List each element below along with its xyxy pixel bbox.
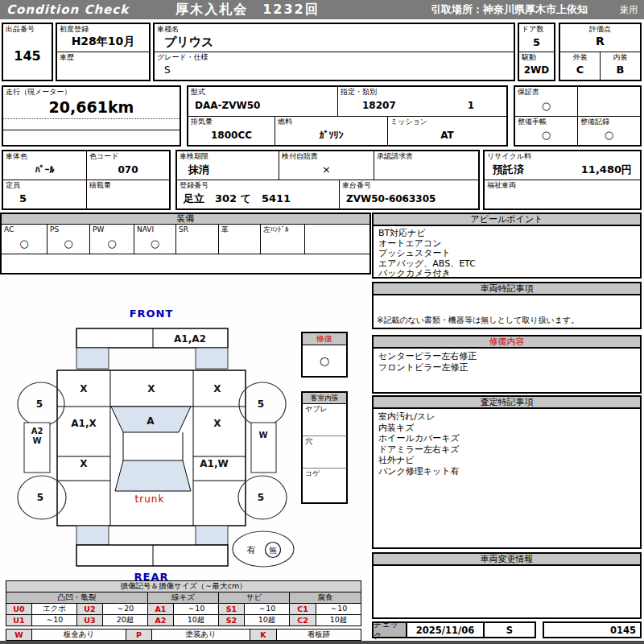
legend-desc: ～10 (245, 604, 290, 615)
doors-drive-box: ドア数 5 駆動 2WD (518, 23, 555, 81)
legend-title: 損傷記号＆損傷サイズ（～最大cm） (6, 581, 361, 592)
vehicle-notes-title: 車両特記事項 (374, 283, 640, 295)
legend-desc: ～10 (32, 615, 77, 626)
check-inspector: S (485, 621, 536, 638)
type-value: DAA-ZVW50 (188, 95, 337, 116)
repair-line: フロントピラー左修正 (378, 362, 635, 374)
drive-value: 2WD (519, 60, 554, 80)
legend-code: K (250, 630, 277, 641)
front-right-fender-damage: X (213, 383, 221, 394)
vehicle-notes-disclaimer: ※記載のない書類・機器等は無しとして取り扱います。 (377, 315, 638, 326)
repair-content-title: 修復内容 (374, 336, 640, 349)
legend-code: U1 (6, 615, 32, 626)
equip-pw-value: ○ (90, 233, 134, 254)
inspection-box: 車検期限 抹消 検付自賠責 × 承認請求書 登録番号 足立 302 て 5411… (175, 150, 480, 210)
legend-desc: 10超 (174, 615, 219, 626)
recycle-fee: 11,480円 (581, 163, 632, 177)
grade-value: S (155, 60, 514, 80)
appeal-points-box: アピールポイント BT対応ナビ オートエアコン プッシュスタート エアバッグ、A… (372, 213, 642, 279)
legend-code: W (6, 630, 32, 641)
history-value (57, 60, 149, 80)
rear-right-tire-depth: 5 (258, 492, 264, 503)
fuel-value: ｶﾞｿﾘﾝ (275, 125, 387, 145)
vehicle-category: 乗用 (620, 4, 644, 16)
spare-yes-label: 有 (247, 545, 256, 555)
check-label: チェック (372, 621, 407, 638)
change-info-title: 車両変更情報 (374, 554, 640, 566)
interior-value: B (601, 59, 640, 80)
front-right-tire-depth: 5 (258, 398, 264, 410)
repair-flag-title: 修復 (303, 333, 346, 345)
auction-title: 厚木入札会 1232回 (175, 2, 320, 19)
spare-tire-oval (233, 531, 294, 567)
interior-lining-box: 客室内張 ヤブレ 穴 コゲ (301, 391, 348, 504)
first-reg-value: H28年10月 (57, 32, 149, 52)
type-box: 型式 DAA-ZVW50 指定・類別 18207 1 排気量 1800CC 燃料… (187, 85, 508, 147)
equipment-box: 装備 AC○ PS○ PW○ NAVI○ SR 革 左ﾊﾝﾄﾞﾙ (0, 213, 371, 275)
registration-box: 初度登録 H28年10月 車歴 (56, 23, 151, 81)
warranty-value: ○ (515, 95, 577, 116)
lining-burn-label: コゲ (303, 469, 346, 478)
repair-line: センターピラー左右修正 (378, 351, 635, 362)
inspection-value: 抹消 (177, 159, 279, 180)
exterior-value: C (560, 59, 600, 80)
color-box: 車体色 ﾊﾟｰﾙ 色コード 070 定員 5 積載量 (2, 150, 171, 210)
registration-number-value: 足立 302 て 5411 (177, 188, 339, 208)
front-left-corner (76, 348, 109, 369)
legend-group-rust: サビ (219, 592, 290, 604)
condition-check-sheet: Condition Check 厚木入札会 1232回 引取場所：神奈川県厚木市… (0, 0, 644, 644)
right-sill-damage: W (258, 431, 267, 440)
legend-code: A2 (148, 615, 174, 626)
legend-desc: 10超 (245, 615, 290, 626)
equip-lhd-value (261, 233, 304, 254)
legend-code: U2 (77, 604, 103, 615)
legend-code: U3 (77, 615, 103, 626)
equip-leather-value (219, 233, 260, 254)
mileage-box: 走行（現メーター） 20,661km (2, 85, 181, 147)
legend-code: C2 (290, 615, 316, 626)
repair-flag-box: 修復 ○ (301, 332, 348, 378)
change-info-box: 車両変更情報 (372, 552, 642, 619)
appeal-line: BT対応ナビ (378, 229, 635, 239)
transmission-value: AT (388, 125, 506, 145)
front-bumper-damage: A1,A2 (174, 333, 206, 345)
legend-desc: 板金あり (32, 630, 126, 641)
equip-navi-value: ○ (134, 233, 175, 254)
damage-legend: 損傷記号＆損傷サイズ（～最大cm） 凸凹・亀裂 線キズ サビ 腐食 U0エクボ … (6, 580, 361, 644)
damage-size-table: 損傷記号＆損傷サイズ（～最大cm） 凸凹・亀裂 線キズ サビ 腐食 U0エクボ … (6, 580, 361, 626)
assessment-line: パンク修理キット有 (378, 466, 635, 477)
front-right-door-damage: X (213, 418, 221, 429)
lot-number-value: 145 (3, 32, 52, 80)
lining-tear-label: ヤブレ (303, 404, 346, 414)
model-value: プリウス (155, 32, 514, 52)
welfare-value (485, 188, 640, 208)
load-value (87, 188, 169, 208)
displacement-value: 1800CC (188, 125, 275, 145)
legend-desc: 10超 (316, 615, 361, 626)
equipment-title: 装備 (2, 214, 369, 225)
equip-ps-value: ○ (47, 233, 89, 254)
front-left-tire-depth: 5 (36, 398, 43, 410)
check-date: 2025/11/06 (407, 621, 485, 638)
title-bar: Condition Check 厚木入札会 1232回 引取場所：神奈川県厚木市… (0, 0, 644, 19)
legend-desc: エクボ (32, 604, 77, 615)
check-row: チェック 2025/11/06 S 0145 (372, 621, 642, 638)
rear-left-tire-depth: 5 (37, 492, 43, 503)
capacity-value: 5 (3, 188, 86, 208)
spare-no-label: 無 (269, 546, 277, 555)
legend-desc: ～10 (174, 604, 219, 615)
class-sub-number: 1 (468, 100, 474, 111)
legend-group-dents: 凸凹・亀裂 (6, 592, 148, 604)
legend-desc: 看板跡 (277, 630, 361, 641)
vehicle-notes-box: 車両特記事項 ※記載のない書類・機器等は無しとして取り扱います。 (372, 282, 642, 329)
lot-number-box: 出品番号 145 (2, 23, 53, 81)
appeal-line: バックカメラ付き (378, 269, 635, 279)
car-damage-diagram: FRONT A1,A2 X X X A1,X A X X A1,W trunk (0, 304, 302, 584)
bottom-rule (0, 641, 644, 644)
repair-content-box: 修復内容 センターピラー左右修正 フロントピラー左修正 (372, 335, 642, 394)
legend-code: S2 (219, 615, 245, 626)
rear-right-door-damage: A1,W (200, 458, 228, 469)
doors-value: 5 (519, 32, 554, 52)
equip-extra-label (305, 225, 369, 225)
insurance-value: × (279, 159, 374, 180)
